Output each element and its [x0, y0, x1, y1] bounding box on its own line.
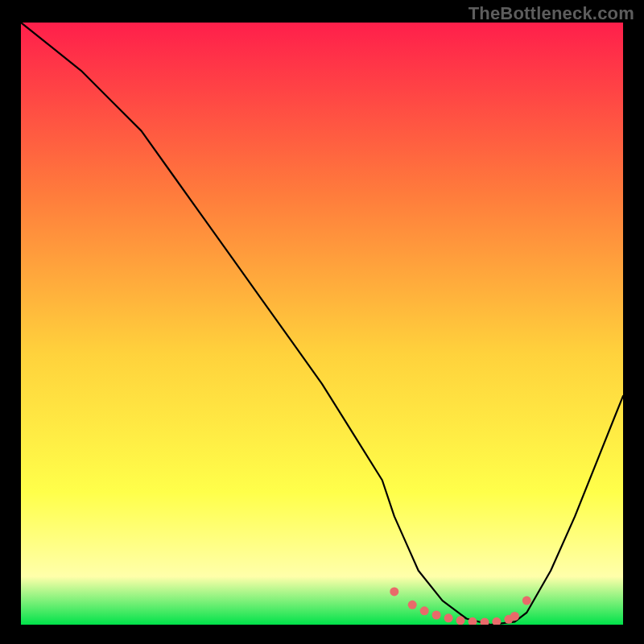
marker-dot: [390, 587, 398, 596]
plot-area: [21, 23, 623, 625]
marker-dot: [408, 601, 417, 609]
chart-stage: TheBottleneck.com: [0, 0, 644, 644]
marker-dot: [522, 597, 531, 605]
marker-dot: [456, 616, 465, 625]
marker-dot: [444, 613, 453, 622]
marker-dot: [420, 606, 429, 615]
marker-dot: [432, 611, 441, 620]
marker-dot: [510, 612, 519, 621]
watermark-text: TheBottleneck.com: [469, 3, 634, 24]
chart-svg: [21, 23, 623, 625]
gradient-background: [21, 23, 623, 625]
